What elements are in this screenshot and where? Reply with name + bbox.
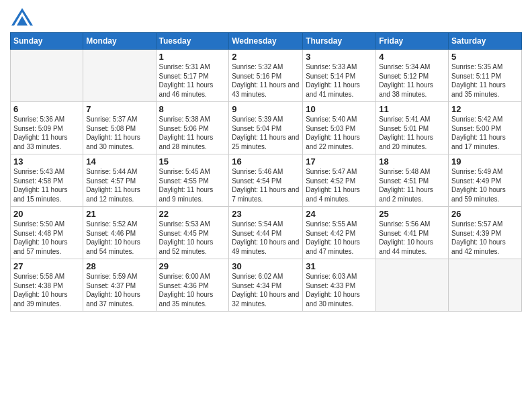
day-number: 9 (232, 104, 300, 114)
calendar-cell: 1Sunrise: 5:31 AM Sunset: 5:17 PM Daylig… (156, 50, 229, 102)
day-detail: Sunrise: 5:42 AM Sunset: 5:00 PM Dayligh… (451, 115, 519, 151)
day-detail: Sunrise: 5:43 AM Sunset: 4:58 PM Dayligh… (13, 167, 80, 203)
day-number: 11 (379, 104, 445, 114)
calendar-cell: 5Sunrise: 5:35 AM Sunset: 5:11 PM Daylig… (449, 50, 522, 102)
day-detail: Sunrise: 5:49 AM Sunset: 4:49 PM Dayligh… (451, 167, 519, 203)
day-detail: Sunrise: 5:36 AM Sunset: 5:09 PM Dayligh… (13, 115, 80, 151)
day-number: 24 (306, 209, 373, 219)
calendar-cell: 19Sunrise: 5:49 AM Sunset: 4:49 PM Dayli… (449, 154, 522, 207)
weekday-header-tuesday: Tuesday (156, 33, 229, 50)
calendar-cell: 23Sunrise: 5:54 AM Sunset: 4:44 PM Dayli… (229, 207, 303, 259)
day-number: 3 (306, 52, 373, 62)
calendar-cell: 4Sunrise: 5:34 AM Sunset: 5:12 PM Daylig… (376, 50, 449, 102)
day-detail: Sunrise: 5:37 AM Sunset: 5:08 PM Dayligh… (86, 115, 152, 151)
calendar-cell: 18Sunrise: 5:48 AM Sunset: 4:51 PM Dayli… (376, 154, 449, 207)
week-row-2: 13Sunrise: 5:43 AM Sunset: 4:58 PM Dayli… (11, 154, 522, 207)
day-number: 23 (232, 209, 300, 219)
logo-icon (10, 7, 34, 27)
day-number: 8 (159, 104, 226, 114)
weekday-header-friday: Friday (376, 33, 449, 50)
day-number: 18 (379, 156, 445, 167)
day-detail: Sunrise: 5:50 AM Sunset: 4:48 PM Dayligh… (13, 220, 80, 256)
day-number: 31 (306, 261, 373, 271)
weekday-header-wednesday: Wednesday (229, 33, 303, 50)
calendar-cell: 22Sunrise: 5:53 AM Sunset: 4:45 PM Dayli… (156, 207, 229, 259)
day-number: 10 (306, 104, 373, 114)
calendar-cell: 13Sunrise: 5:43 AM Sunset: 4:58 PM Dayli… (11, 154, 83, 207)
day-detail: Sunrise: 6:02 AM Sunset: 4:34 PM Dayligh… (232, 272, 300, 308)
week-row-3: 20Sunrise: 5:50 AM Sunset: 4:48 PM Dayli… (11, 207, 522, 259)
calendar-cell: 17Sunrise: 5:47 AM Sunset: 4:52 PM Dayli… (303, 154, 376, 207)
day-detail: Sunrise: 5:44 AM Sunset: 4:57 PM Dayligh… (86, 167, 152, 203)
calendar-cell: 3Sunrise: 5:33 AM Sunset: 5:14 PM Daylig… (303, 50, 376, 102)
calendar-cell (449, 259, 522, 312)
calendar-cell: 6Sunrise: 5:36 AM Sunset: 5:09 PM Daylig… (11, 102, 83, 154)
calendar-cell: 20Sunrise: 5:50 AM Sunset: 4:48 PM Dayli… (11, 207, 83, 259)
header (10, 7, 522, 27)
day-detail: Sunrise: 5:31 AM Sunset: 5:17 PM Dayligh… (159, 62, 226, 99)
day-detail: Sunrise: 5:52 AM Sunset: 4:46 PM Dayligh… (86, 220, 152, 256)
calendar-cell: 9Sunrise: 5:39 AM Sunset: 5:04 PM Daylig… (229, 102, 303, 154)
day-number: 13 (13, 156, 80, 167)
day-detail: Sunrise: 5:58 AM Sunset: 4:38 PM Dayligh… (13, 272, 80, 308)
page: SundayMondayTuesdayWednesdayThursdayFrid… (0, 0, 532, 411)
day-number: 14 (86, 156, 152, 167)
week-row-0: 1Sunrise: 5:31 AM Sunset: 5:17 PM Daylig… (11, 50, 522, 102)
day-detail: Sunrise: 5:34 AM Sunset: 5:12 PM Dayligh… (379, 62, 445, 99)
day-detail: Sunrise: 5:55 AM Sunset: 4:42 PM Dayligh… (306, 220, 373, 256)
day-detail: Sunrise: 5:41 AM Sunset: 5:01 PM Dayligh… (379, 115, 445, 151)
day-number: 12 (451, 104, 519, 114)
day-number: 28 (86, 261, 152, 271)
day-detail: Sunrise: 5:32 AM Sunset: 5:16 PM Dayligh… (232, 62, 300, 99)
day-number: 4 (379, 52, 445, 62)
calendar-cell: 30Sunrise: 6:02 AM Sunset: 4:34 PM Dayli… (229, 259, 303, 312)
day-detail: Sunrise: 5:48 AM Sunset: 4:51 PM Dayligh… (379, 167, 445, 203)
calendar-cell: 25Sunrise: 5:56 AM Sunset: 4:41 PM Dayli… (376, 207, 449, 259)
calendar-cell: 2Sunrise: 5:32 AM Sunset: 5:16 PM Daylig… (229, 50, 303, 102)
day-number: 5 (451, 52, 519, 62)
calendar-cell: 28Sunrise: 5:59 AM Sunset: 4:37 PM Dayli… (83, 259, 156, 312)
calendar-cell: 29Sunrise: 6:00 AM Sunset: 4:36 PM Dayli… (156, 259, 229, 312)
day-detail: Sunrise: 5:33 AM Sunset: 5:14 PM Dayligh… (306, 62, 373, 99)
day-detail: Sunrise: 5:56 AM Sunset: 4:41 PM Dayligh… (379, 220, 445, 256)
calendar-cell: 31Sunrise: 6:03 AM Sunset: 4:33 PM Dayli… (303, 259, 376, 312)
day-number: 22 (159, 209, 226, 219)
day-detail: Sunrise: 5:35 AM Sunset: 5:11 PM Dayligh… (451, 62, 519, 99)
day-detail: Sunrise: 6:03 AM Sunset: 4:33 PM Dayligh… (306, 272, 373, 308)
day-detail: Sunrise: 5:38 AM Sunset: 5:06 PM Dayligh… (159, 115, 226, 151)
day-number: 2 (232, 52, 300, 62)
day-number: 15 (159, 156, 226, 167)
day-number: 25 (379, 209, 445, 219)
day-number: 1 (159, 52, 226, 62)
weekday-header-thursday: Thursday (303, 33, 376, 50)
day-number: 16 (232, 156, 300, 167)
calendar-cell: 15Sunrise: 5:45 AM Sunset: 4:55 PM Dayli… (156, 154, 229, 207)
day-detail: Sunrise: 5:57 AM Sunset: 4:39 PM Dayligh… (451, 220, 519, 256)
calendar-cell: 24Sunrise: 5:55 AM Sunset: 4:42 PM Dayli… (303, 207, 376, 259)
day-number: 21 (86, 209, 152, 219)
day-number: 20 (13, 209, 80, 219)
day-detail: Sunrise: 5:47 AM Sunset: 4:52 PM Dayligh… (306, 167, 373, 203)
day-detail: Sunrise: 5:45 AM Sunset: 4:55 PM Dayligh… (159, 167, 226, 203)
day-detail: Sunrise: 5:59 AM Sunset: 4:37 PM Dayligh… (86, 272, 152, 308)
day-detail: Sunrise: 5:46 AM Sunset: 4:54 PM Dayligh… (232, 167, 300, 203)
day-detail: Sunrise: 6:00 AM Sunset: 4:36 PM Dayligh… (159, 272, 226, 308)
day-number: 7 (86, 104, 152, 114)
calendar-cell: 10Sunrise: 5:40 AM Sunset: 5:03 PM Dayli… (303, 102, 376, 154)
calendar-cell: 26Sunrise: 5:57 AM Sunset: 4:39 PM Dayli… (449, 207, 522, 259)
day-number: 26 (451, 209, 519, 219)
weekday-header-row: SundayMondayTuesdayWednesdayThursdayFrid… (11, 33, 522, 50)
day-number: 17 (306, 156, 373, 167)
calendar-cell: 27Sunrise: 5:58 AM Sunset: 4:38 PM Dayli… (11, 259, 83, 312)
calendar-cell: 21Sunrise: 5:52 AM Sunset: 4:46 PM Dayli… (83, 207, 156, 259)
day-detail: Sunrise: 5:53 AM Sunset: 4:45 PM Dayligh… (159, 220, 226, 256)
calendar-cell (83, 50, 156, 102)
day-detail: Sunrise: 5:39 AM Sunset: 5:04 PM Dayligh… (232, 115, 300, 151)
calendar-cell (376, 259, 449, 312)
weekday-header-monday: Monday (83, 33, 156, 50)
day-number: 30 (232, 261, 300, 271)
day-detail: Sunrise: 5:54 AM Sunset: 4:44 PM Dayligh… (232, 220, 300, 256)
calendar-cell: 16Sunrise: 5:46 AM Sunset: 4:54 PM Dayli… (229, 154, 303, 207)
weekday-header-saturday: Saturday (449, 33, 522, 50)
day-number: 6 (13, 104, 80, 114)
